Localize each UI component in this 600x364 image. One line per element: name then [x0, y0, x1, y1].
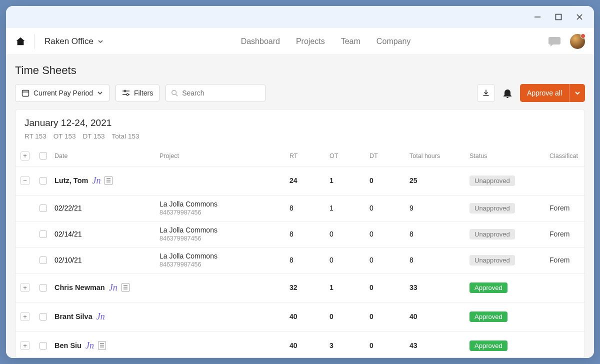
row-checkbox[interactable]	[40, 230, 47, 238]
status-badge: Approved	[470, 282, 508, 293]
project-number: 846379987456	[160, 261, 280, 268]
nav-company[interactable]: Company	[376, 37, 410, 46]
entry-date: 02/14/21	[50, 221, 154, 247]
person-name[interactable]: Ben SiuJn	[54, 340, 150, 351]
person-name[interactable]: Lutz, TomJn	[54, 176, 150, 186]
select-all-checkbox[interactable]	[40, 152, 47, 160]
col-total[interactable]: Total hours	[404, 146, 464, 166]
status-badge: Unapproved	[470, 255, 515, 266]
time-entry-row: 02/10/21La Jolla Commons8463799874568008…	[16, 247, 584, 273]
person-row: +Ben SiuJn403043Approved	[16, 331, 584, 358]
entry-date: 02/22/21	[50, 195, 154, 221]
nav-team[interactable]: Team	[341, 37, 360, 46]
workspace-switcher[interactable]: Raken Office	[44, 36, 104, 46]
export-button[interactable]	[477, 84, 495, 102]
project-name[interactable]: La Jolla Commons	[160, 226, 280, 234]
entry-ot: 0	[324, 247, 364, 273]
approve-all-button[interactable]: Approve all	[520, 84, 569, 102]
filters-label: Filters	[134, 89, 153, 97]
expand-button[interactable]: −	[20, 176, 30, 185]
window-close-icon[interactable]	[576, 14, 583, 20]
filters-button[interactable]: Filters	[116, 84, 160, 102]
summary-dt: DT 153	[83, 132, 105, 140]
dt-total: 0	[364, 302, 404, 331]
notifications-button[interactable]	[500, 86, 515, 100]
note-icon[interactable]	[98, 341, 106, 350]
chevron-down-icon	[574, 90, 580, 96]
col-dt[interactable]: DT	[364, 146, 404, 166]
avatar[interactable]	[570, 34, 585, 49]
ot-total: 1	[324, 166, 364, 195]
signature-icon: Jn	[96, 312, 105, 322]
note-icon[interactable]	[122, 283, 130, 292]
approve-all-split-button: Approve all	[520, 84, 585, 102]
project-number: 846379987456	[160, 235, 280, 242]
top-nav: Raken Office Dashboard Projects Team Com…	[6, 28, 594, 55]
person-name[interactable]: Chris NewmanJn	[54, 282, 150, 293]
row-checkbox[interactable]	[40, 342, 47, 350]
search-box[interactable]	[166, 84, 266, 102]
summary-ot: OT 153	[54, 132, 76, 140]
entry-date: 02/10/21	[50, 247, 154, 273]
row-checkbox[interactable]	[40, 204, 47, 212]
home-icon[interactable]	[15, 36, 26, 47]
time-entry-row: 02/14/21La Jolla Commons8463799874568008…	[16, 221, 584, 247]
hours-total: 43	[404, 331, 464, 358]
entry-total: 8	[404, 221, 464, 247]
person-row: +Brant SilvaJn400040Approved	[16, 302, 584, 331]
entry-total: 9	[404, 195, 464, 221]
person-row: −Lutz, TomJn241025Unapproved	[16, 166, 584, 195]
ot-total: 0	[324, 302, 364, 331]
row-checkbox[interactable]	[40, 177, 47, 184]
col-classification[interactable]: Classificat	[544, 146, 584, 166]
window-minimize-icon[interactable]	[534, 14, 541, 20]
rt-total: 40	[284, 302, 324, 331]
window-titlebar	[6, 6, 594, 28]
ot-total: 3	[324, 331, 364, 358]
nav-links: Dashboard Projects Team Company	[110, 37, 541, 46]
expand-all-button[interactable]: +	[20, 152, 30, 160]
col-rt[interactable]: RT	[284, 146, 324, 166]
window-maximize-icon[interactable]	[555, 14, 562, 20]
expand-button[interactable]: +	[20, 341, 30, 350]
toolbar: Current Pay Period Filters	[15, 84, 585, 102]
row-checkbox[interactable]	[40, 256, 47, 264]
entry-rt: 8	[284, 195, 324, 221]
nav-projects[interactable]: Projects	[296, 37, 325, 46]
expand-button[interactable]: +	[20, 283, 30, 292]
chat-icon[interactable]	[548, 36, 561, 47]
col-ot[interactable]: OT	[324, 146, 364, 166]
svg-line-11	[176, 94, 178, 96]
entry-ot: 0	[324, 221, 364, 247]
nav-divider	[34, 34, 34, 49]
period-summary: RT 153 OT 153 DT 153 Total 153	[24, 132, 576, 140]
entry-rt: 8	[284, 221, 324, 247]
col-status[interactable]: Status	[464, 146, 544, 166]
project-name[interactable]: La Jolla Commons	[160, 252, 280, 260]
chevron-down-icon	[97, 90, 103, 96]
download-icon	[482, 89, 490, 97]
row-checkbox[interactable]	[40, 313, 47, 320]
project-name[interactable]: La Jolla Commons	[160, 200, 280, 208]
entry-dt: 0	[364, 247, 404, 273]
signature-icon: Jn	[92, 176, 100, 186]
row-checkbox[interactable]	[40, 284, 47, 292]
dt-total: 0	[364, 331, 404, 358]
pay-period-selector[interactable]: Current Pay Period	[15, 84, 110, 102]
hours-total: 25	[404, 166, 464, 195]
approve-all-caret[interactable]	[569, 84, 585, 102]
entry-total: 8	[404, 247, 464, 273]
search-icon	[171, 89, 178, 97]
chevron-down-icon	[98, 38, 104, 44]
entry-classification: Forem	[544, 195, 584, 221]
timesheet-table: + Date Project RT OT DT Total hours Stat…	[16, 146, 584, 358]
nav-dashboard[interactable]: Dashboard	[241, 37, 280, 46]
col-project[interactable]: Project	[154, 146, 284, 166]
search-input[interactable]	[182, 89, 260, 97]
person-name[interactable]: Brant SilvaJn	[54, 312, 150, 322]
note-icon[interactable]	[104, 176, 112, 185]
expand-button[interactable]: +	[20, 312, 30, 321]
svg-rect-1	[556, 14, 562, 20]
col-date[interactable]: Date	[50, 146, 154, 166]
summary-total: Total 153	[112, 132, 140, 140]
